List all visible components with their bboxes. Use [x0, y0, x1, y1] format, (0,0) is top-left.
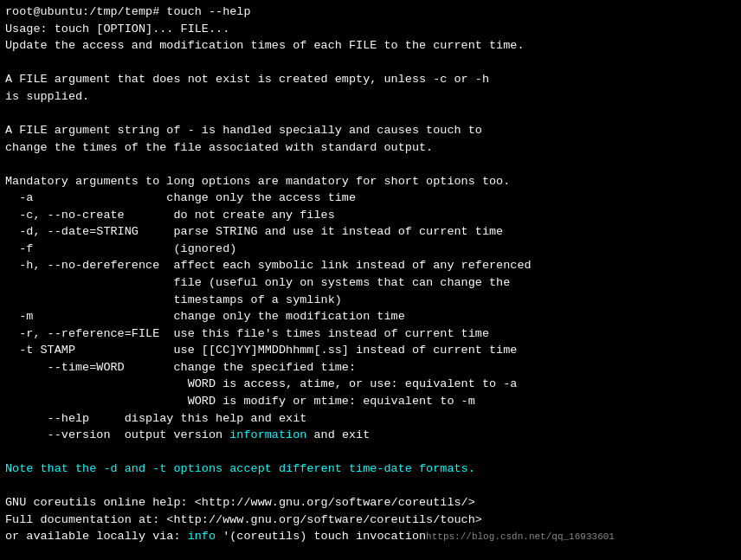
line-20: -r, --reference=FILE use this file's tim… — [5, 325, 736, 343]
line-16: -h, --no-dereference affect each symboli… — [5, 257, 736, 274]
line-9: change the times of the file associated … — [5, 139, 736, 157]
line-22: --time=WORD change the specified time: — [5, 359, 736, 377]
line-17: file (useful only on systems that can ch… — [5, 274, 736, 292]
line-2: Usage: touch [OPTION]... FILE... — [5, 21, 736, 38]
watermark: https://blog.csdn.net/qq_16933601 — [426, 531, 615, 542]
line-29 — [5, 478, 736, 495]
line-7 — [5, 105, 736, 122]
line-3: Update the access and modification times… — [5, 37, 736, 55]
line-26: --version output version information and… — [5, 427, 736, 444]
line-31: Full documentation at: <http://www.gnu.o… — [5, 512, 736, 529]
info-command: info — [188, 530, 216, 543]
line-10 — [5, 156, 736, 173]
line-8: A FILE argument string of - is handled s… — [5, 122, 736, 139]
line-27 — [5, 444, 736, 461]
line-6: is supplied. — [5, 88, 736, 106]
line-15: -f (ignored) — [5, 241, 736, 258]
line-5: A FILE argument that does not exist is c… — [5, 71, 736, 88]
line-4 — [5, 55, 736, 72]
line-24: WORD is modify or mtime: equivalent to -… — [5, 393, 736, 410]
line-13: -c, --no-create do not create any files — [5, 207, 736, 224]
line-30: GNU coreutils online help: <http://www.g… — [5, 494, 736, 512]
line-14: -d, --date=STRING parse STRING and use i… — [5, 223, 736, 241]
line-18: timestamps of a symlink) — [5, 292, 736, 309]
line-1: root@ubuntu:/tmp/temp# touch --help — [5, 3, 736, 21]
line-25: --help display this help and exit — [5, 410, 736, 428]
information-link: information — [229, 428, 306, 441]
terminal: root@ubuntu:/tmp/temp# touch --help Usag… — [0, 0, 741, 560]
line-11: Mandatory arguments to long options are … — [5, 173, 736, 190]
line-28: Note that the -d and -t options accept d… — [5, 460, 736, 478]
line-12: -a change only the access time — [5, 190, 736, 207]
line-19: -m change only the modification time — [5, 308, 736, 325]
line-21: -t STAMP use [[CC]YY]MMDDhhmm[.ss] inste… — [5, 342, 736, 359]
line-32: or available locally via: info '(coreuti… — [5, 528, 736, 545]
line-23: WORD is access, atime, or use: equivalen… — [5, 376, 736, 393]
